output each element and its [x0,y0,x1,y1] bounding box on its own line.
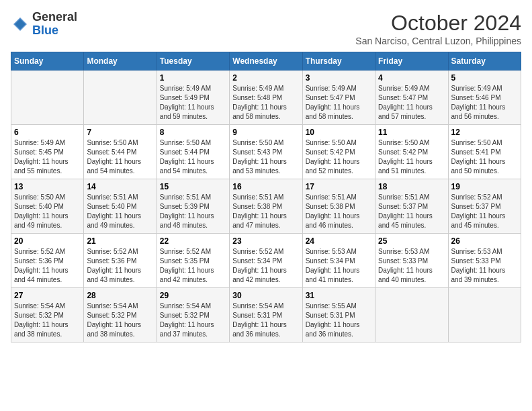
column-header-thursday: Thursday [302,52,375,71]
day-cell: 22Sunrise: 5:52 AMSunset: 5:35 PMDayligh… [157,234,229,288]
day-number: 15 [160,182,226,191]
day-number: 21 [87,236,153,246]
day-number: 16 [232,182,299,191]
day-number: 29 [160,291,226,300]
day-cell: 5Sunrise: 5:49 AMSunset: 5:46 PMDaylight… [448,71,521,125]
day-number: 17 [306,182,372,191]
day-info: Sunrise: 5:52 AMSunset: 5:36 PMDaylight:… [87,247,153,285]
column-header-sunday: Sunday [11,52,84,71]
day-number: 4 [378,73,445,83]
month-title: October 2024 [355,11,521,36]
day-cell: 26Sunrise: 5:53 AMSunset: 5:33 PMDayligh… [448,234,521,288]
page-header: General Blue October 2024 San Narciso, C… [11,11,521,46]
day-info: Sunrise: 5:54 AMSunset: 5:32 PMDaylight:… [87,302,153,339]
day-number: 27 [14,291,81,300]
day-number: 18 [378,182,445,191]
day-number: 2 [232,73,299,83]
day-number: 8 [160,128,226,137]
week-row-2: 6Sunrise: 5:49 AMSunset: 5:45 PMDaylight… [11,125,521,179]
day-info: Sunrise: 5:49 AMSunset: 5:49 PMDaylight:… [160,84,226,122]
day-number: 25 [378,236,445,246]
day-cell [375,288,448,342]
day-info: Sunrise: 5:49 AMSunset: 5:47 PMDaylight:… [306,84,372,122]
day-number: 10 [306,128,372,137]
day-info: Sunrise: 5:49 AMSunset: 5:46 PMDaylight:… [451,84,518,122]
header-row: SundayMondayTuesdayWednesdayThursdayFrid… [11,52,521,71]
day-cell: 29Sunrise: 5:54 AMSunset: 5:32 PMDayligh… [157,288,229,342]
day-info: Sunrise: 5:52 AMSunset: 5:36 PMDaylight:… [14,247,81,285]
day-cell: 1Sunrise: 5:49 AMSunset: 5:49 PMDaylight… [157,71,229,125]
week-row-1: 1Sunrise: 5:49 AMSunset: 5:49 PMDaylight… [11,71,521,125]
day-cell: 30Sunrise: 5:54 AMSunset: 5:31 PMDayligh… [230,288,302,342]
day-cell: 23Sunrise: 5:52 AMSunset: 5:34 PMDayligh… [230,234,302,288]
day-cell: 18Sunrise: 5:51 AMSunset: 5:37 PMDayligh… [375,179,448,234]
logo: General Blue [11,11,77,38]
title-block: October 2024 San Narciso, Central Luzon,… [355,11,521,46]
day-cell: 7Sunrise: 5:50 AMSunset: 5:44 PMDaylight… [84,125,157,179]
day-info: Sunrise: 5:50 AMSunset: 5:42 PMDaylight:… [378,138,445,176]
column-header-monday: Monday [84,52,157,71]
day-info: Sunrise: 5:49 AMSunset: 5:45 PMDaylight:… [14,138,81,176]
week-row-5: 27Sunrise: 5:54 AMSunset: 5:32 PMDayligh… [11,288,521,342]
week-row-3: 13Sunrise: 5:50 AMSunset: 5:40 PMDayligh… [11,179,521,234]
day-info: Sunrise: 5:52 AMSunset: 5:34 PMDaylight:… [232,247,299,285]
day-cell: 4Sunrise: 5:49 AMSunset: 5:47 PMDaylight… [375,71,448,125]
day-cell: 16Sunrise: 5:51 AMSunset: 5:38 PMDayligh… [230,179,302,234]
day-info: Sunrise: 5:50 AMSunset: 5:43 PMDaylight:… [232,138,299,176]
day-info: Sunrise: 5:54 AMSunset: 5:32 PMDaylight:… [160,302,226,339]
day-info: Sunrise: 5:51 AMSunset: 5:38 PMDaylight:… [232,193,299,230]
day-number: 6 [14,128,81,137]
day-number: 19 [451,182,518,191]
day-cell: 25Sunrise: 5:53 AMSunset: 5:33 PMDayligh… [375,234,448,288]
day-number: 28 [87,291,153,300]
day-info: Sunrise: 5:51 AMSunset: 5:39 PMDaylight:… [160,193,226,230]
day-cell: 19Sunrise: 5:52 AMSunset: 5:37 PMDayligh… [448,179,521,234]
day-cell: 11Sunrise: 5:50 AMSunset: 5:42 PMDayligh… [375,125,448,179]
day-cell: 28Sunrise: 5:54 AMSunset: 5:32 PMDayligh… [84,288,157,342]
calendar-table: SundayMondayTuesdayWednesdayThursdayFrid… [11,52,521,342]
day-cell: 3Sunrise: 5:49 AMSunset: 5:47 PMDaylight… [302,71,375,125]
day-info: Sunrise: 5:50 AMSunset: 5:40 PMDaylight:… [14,193,81,230]
day-cell: 21Sunrise: 5:52 AMSunset: 5:36 PMDayligh… [84,234,157,288]
day-cell: 31Sunrise: 5:55 AMSunset: 5:31 PMDayligh… [302,288,375,342]
day-number: 9 [232,128,299,137]
day-number: 20 [14,236,81,246]
day-info: Sunrise: 5:50 AMSunset: 5:41 PMDaylight:… [451,138,518,176]
logo-icon [11,15,30,34]
location-title: San Narciso, Central Luzon, Philippines [355,36,521,46]
day-cell: 14Sunrise: 5:51 AMSunset: 5:40 PMDayligh… [84,179,157,234]
day-cell: 10Sunrise: 5:50 AMSunset: 5:42 PMDayligh… [302,125,375,179]
day-number: 26 [451,236,518,246]
day-number: 5 [451,73,518,83]
day-info: Sunrise: 5:54 AMSunset: 5:32 PMDaylight:… [14,302,81,339]
day-cell: 8Sunrise: 5:50 AMSunset: 5:44 PMDaylight… [157,125,229,179]
day-info: Sunrise: 5:53 AMSunset: 5:33 PMDaylight:… [378,247,445,285]
day-info: Sunrise: 5:50 AMSunset: 5:44 PMDaylight:… [160,138,226,176]
column-header-friday: Friday [375,52,448,71]
day-info: Sunrise: 5:52 AMSunset: 5:37 PMDaylight:… [451,193,518,230]
day-info: Sunrise: 5:53 AMSunset: 5:34 PMDaylight:… [306,247,372,285]
day-cell: 13Sunrise: 5:50 AMSunset: 5:40 PMDayligh… [11,179,84,234]
day-cell [84,71,157,125]
day-cell: 12Sunrise: 5:50 AMSunset: 5:41 PMDayligh… [448,125,521,179]
day-number: 1 [160,73,226,83]
day-number: 24 [306,236,372,246]
day-info: Sunrise: 5:50 AMSunset: 5:44 PMDaylight:… [87,138,153,176]
day-info: Sunrise: 5:54 AMSunset: 5:31 PMDaylight:… [232,302,299,339]
day-cell: 17Sunrise: 5:51 AMSunset: 5:38 PMDayligh… [302,179,375,234]
day-number: 31 [306,291,372,300]
week-row-4: 20Sunrise: 5:52 AMSunset: 5:36 PMDayligh… [11,234,521,288]
day-cell: 15Sunrise: 5:51 AMSunset: 5:39 PMDayligh… [157,179,229,234]
logo-text: General Blue [32,11,77,38]
day-number: 22 [160,236,226,246]
day-info: Sunrise: 5:51 AMSunset: 5:37 PMDaylight:… [378,193,445,230]
day-info: Sunrise: 5:51 AMSunset: 5:40 PMDaylight:… [87,193,153,230]
day-cell: 27Sunrise: 5:54 AMSunset: 5:32 PMDayligh… [11,288,84,342]
day-cell: 2Sunrise: 5:49 AMSunset: 5:48 PMDaylight… [230,71,302,125]
day-info: Sunrise: 5:51 AMSunset: 5:38 PMDaylight:… [306,193,372,230]
day-cell: 24Sunrise: 5:53 AMSunset: 5:34 PMDayligh… [302,234,375,288]
day-cell: 20Sunrise: 5:52 AMSunset: 5:36 PMDayligh… [11,234,84,288]
day-info: Sunrise: 5:49 AMSunset: 5:47 PMDaylight:… [378,84,445,122]
day-number: 23 [232,236,299,246]
logo-general: General [32,10,77,24]
